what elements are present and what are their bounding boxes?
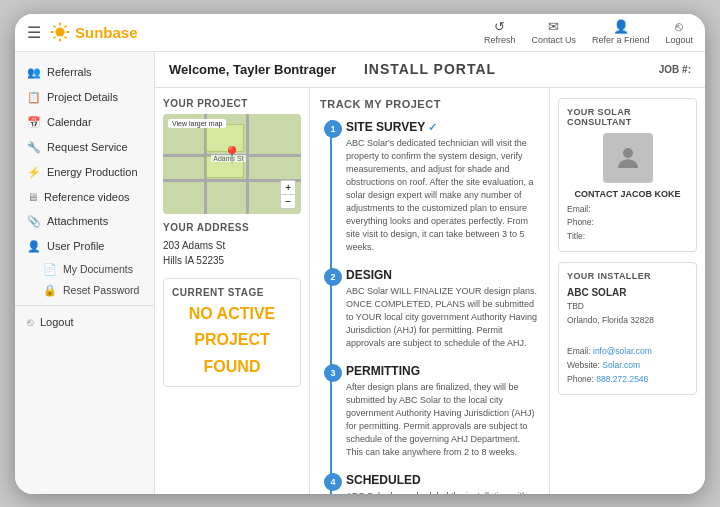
consultant-title: YOUR SOLAR CONSULTANT (567, 107, 688, 127)
map-area: View larger map Adams St 📍 + − (163, 114, 301, 214)
project-details-icon: 📋 (27, 91, 41, 104)
sidebar-item-energy-production[interactable]: ⚡ Energy Production (15, 160, 154, 185)
sidebar-item-logout[interactable]: ⎋ Logout (15, 310, 154, 334)
timeline: 1 SITE SURVEY ✓ ABC Solar's dedicated te… (320, 120, 539, 494)
sidebar-item-calendar[interactable]: 📅 Calendar (15, 110, 154, 135)
svg-line-8 (53, 36, 55, 38)
no-project-line2: PROJECT (172, 330, 292, 351)
address-line1: 203 Adams St (163, 238, 301, 253)
timeline-item-1: 1 SITE SURVEY ✓ ABC Solar's dedicated te… (346, 120, 539, 254)
step-3-desc: After design plans are finalized, they w… (346, 381, 539, 459)
sidebar: 👥 Referrals 📋 Project Details 📅 Calendar… (15, 52, 155, 494)
address-line2: Hills IA 52235 (163, 253, 301, 268)
logo: Sunbase (49, 21, 138, 43)
track-title: TRACK MY PROJECT (320, 98, 539, 110)
documents-icon: 📄 (43, 263, 57, 276)
sidebar-item-referrals[interactable]: 👥 Referrals (15, 60, 154, 85)
step-4-title: SCHEDULED (346, 473, 539, 487)
refer-icon: 👤 (613, 19, 629, 34)
your-project-title: YOUR PROJECT (163, 98, 301, 109)
right-panel: YOUR SOLAR CONSULTANT CONTACT JACOB KOKE… (550, 88, 705, 494)
view-larger-map-link[interactable]: View larger map (168, 119, 226, 128)
referrals-icon: 👥 (27, 66, 41, 79)
installer-tbd: TBD (567, 300, 688, 314)
consultant-box: YOUR SOLAR CONSULTANT CONTACT JACOB KOKE… (558, 98, 697, 253)
step-1-title: SITE SURVEY ✓ (346, 120, 539, 134)
step-1-check: ✓ (428, 121, 437, 133)
consultant-avatar (603, 133, 653, 183)
reset-password-icon: 🔒 (43, 284, 57, 297)
contact-icon: ✉ (548, 19, 559, 34)
content-area: Welcome, Tayler Bontrager INSTALL PORTAL… (155, 52, 705, 494)
portal-title: INSTALL PORTAL (364, 61, 496, 77)
request-service-icon: 🔧 (27, 141, 41, 154)
sidebar-item-reset-password[interactable]: 🔒 Reset Password (15, 280, 154, 301)
refresh-button[interactable]: ↺ Refresh (484, 19, 516, 45)
sidebar-item-project-details[interactable]: 📋 Project Details (15, 85, 154, 110)
zoom-in-button[interactable]: + (281, 181, 295, 194)
logo-text: Sunbase (75, 24, 138, 41)
sidebar-item-attachments[interactable]: 📎 Attachments (15, 209, 154, 234)
installer-title: YOUR INSTALLER (567, 271, 688, 281)
step-4-desc: ABC Solar has scheduled the installation… (346, 490, 539, 493)
svg-line-6 (64, 36, 66, 38)
page-header: Welcome, Tayler Bontrager INSTALL PORTAL… (155, 52, 705, 88)
video-icon: 🖥 (27, 191, 38, 203)
refresh-icon: ↺ (494, 19, 505, 34)
svg-point-9 (623, 148, 633, 158)
timeline-item-2: 2 DESIGN ABC Solar WILL FINALIZE YOUR de… (346, 268, 539, 350)
consultant-name: CONTACT JACOB KOKE (567, 189, 688, 199)
sidebar-item-request-service[interactable]: 🔧 Request Service (15, 135, 154, 160)
installer-location: Orlando, Florida 32828 (567, 314, 688, 328)
svg-point-0 (55, 27, 64, 36)
step-4-circle: 4 (324, 473, 342, 491)
sidebar-item-user-profile[interactable]: 👤 User Profile (15, 234, 154, 259)
no-project-line1: NO ACTIVE (172, 304, 292, 325)
job-number: JOB #: (659, 64, 691, 75)
logout-icon: ⎋ (27, 316, 34, 328)
energy-icon: ⚡ (27, 166, 41, 179)
hamburger-icon[interactable]: ☰ (27, 23, 41, 42)
installer-email-link[interactable]: info@solar.com (593, 346, 652, 356)
attachment-icon: 📎 (27, 215, 41, 228)
address-title: YOUR ADDRESS (163, 222, 301, 233)
step-1-desc: ABC Solar's dedicated technician will vi… (346, 137, 539, 254)
consultant-detail: Email: Phone: Title: (567, 203, 688, 244)
step-3-circle: 3 (324, 364, 342, 382)
map-pin-icon: 📍 (222, 145, 242, 164)
track-panel: TRACK MY PROJECT 1 SITE SURVEY ✓ ABC Sol… (310, 88, 550, 494)
welcome-text: Welcome, Tayler Bontrager (169, 62, 336, 77)
main-layout: 👥 Referrals 📋 Project Details 📅 Calendar… (15, 52, 705, 494)
step-1-circle: 1 (324, 120, 342, 138)
svg-line-5 (53, 25, 55, 27)
address-section: YOUR ADDRESS 203 Adams St Hills IA 52235 (163, 222, 301, 268)
installer-phone-row: Phone: 888.272.2548 (567, 373, 688, 387)
installer-phone-link[interactable]: 888.272.2548 (596, 374, 648, 384)
installer-email-row: Email: info@solar.com (567, 345, 688, 359)
installer-box: YOUR INSTALLER ABC SOLAR TBD Orlando, Fl… (558, 262, 697, 395)
user-profile-icon: 👤 (27, 240, 41, 253)
calendar-icon: 📅 (27, 116, 41, 129)
refer-friend-button[interactable]: 👤 Refer a Friend (592, 19, 650, 45)
svg-line-7 (64, 25, 66, 27)
timeline-item-4: 4 SCHEDULED ABC Solar has scheduled the … (346, 473, 539, 493)
step-2-title: DESIGN (346, 268, 539, 282)
installer-website-link[interactable]: Solar.com (602, 360, 640, 370)
sidebar-item-my-documents[interactable]: 📄 My Documents (15, 259, 154, 280)
no-project-line3: FOUND (172, 357, 292, 378)
left-panel: YOUR PROJECT View larger (155, 88, 310, 494)
sunbase-logo-icon (49, 21, 71, 43)
logout-top-button[interactable]: ⎋ Logout (665, 19, 693, 45)
contact-us-button[interactable]: ✉ Contact Us (531, 19, 576, 45)
top-bar: ☰ Sunbase ↺ Refresh ✉ Contact U (15, 14, 705, 52)
top-actions: ↺ Refresh ✉ Contact Us 👤 Refer a Friend … (484, 19, 693, 45)
logout-top-icon: ⎋ (675, 19, 683, 34)
step-2-circle: 2 (324, 268, 342, 286)
step-3-title: PERMITTING (346, 364, 539, 378)
current-stage-title: CURRENT STAGE (172, 287, 292, 298)
zoom-out-button[interactable]: − (281, 195, 295, 208)
installer-website-row: Website: Solar.com (567, 359, 688, 373)
timeline-item-3: 3 PERMITTING After design plans are fina… (346, 364, 539, 459)
current-stage-box: CURRENT STAGE NO ACTIVE PROJECT FOUND (163, 278, 301, 387)
sidebar-item-reference-videos[interactable]: 🖥 Reference videos (15, 185, 154, 209)
